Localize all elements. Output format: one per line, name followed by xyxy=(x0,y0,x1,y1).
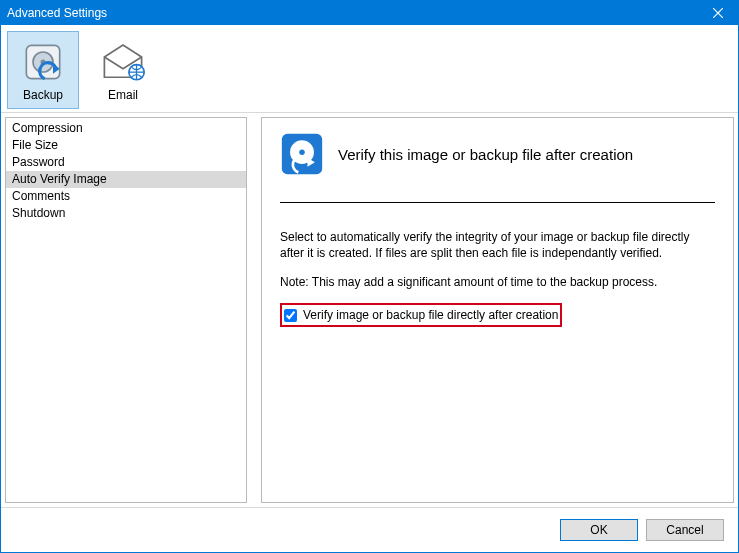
sidebar-item-auto-verify[interactable]: Auto Verify Image xyxy=(6,171,246,188)
window-title: Advanced Settings xyxy=(7,6,107,20)
sidebar: Compression File Size Password Auto Veri… xyxy=(5,117,247,503)
footer: OK Cancel xyxy=(1,507,738,551)
disk-backup-icon xyxy=(23,42,63,82)
toolbar-backup-label: Backup xyxy=(23,88,63,102)
close-icon xyxy=(713,8,723,18)
toolbar-email-label: Email xyxy=(108,88,138,102)
toolbar-email[interactable]: Email xyxy=(87,31,159,109)
close-button[interactable] xyxy=(698,1,738,25)
verify-checkbox-label: Verify image or backup file directly aft… xyxy=(303,308,558,322)
toolbar-backup[interactable]: Backup xyxy=(7,31,79,109)
sidebar-item-shutdown[interactable]: Shutdown xyxy=(6,205,246,222)
sidebar-item-filesize[interactable]: File Size xyxy=(6,137,246,154)
titlebar: Advanced Settings xyxy=(1,1,738,25)
body: Compression File Size Password Auto Veri… xyxy=(1,113,738,507)
content-description: Select to automatically verify the integ… xyxy=(280,229,715,261)
cancel-button[interactable]: Cancel xyxy=(646,519,724,541)
disk-verify-icon xyxy=(280,132,324,176)
toolbar: Backup Email xyxy=(1,25,738,113)
sidebar-item-compression[interactable]: Compression xyxy=(6,120,246,137)
verify-checkbox[interactable] xyxy=(284,309,297,322)
sidebar-item-comments[interactable]: Comments xyxy=(6,188,246,205)
email-icon xyxy=(101,42,145,82)
ok-button[interactable]: OK xyxy=(560,519,638,541)
content-panel: Verify this image or backup file after c… xyxy=(261,117,734,503)
sidebar-item-password[interactable]: Password xyxy=(6,154,246,171)
content-header: Verify this image or backup file after c… xyxy=(280,132,715,203)
content-note: Note: This may add a significant amount … xyxy=(280,275,715,289)
content-title: Verify this image or backup file after c… xyxy=(338,146,633,163)
verify-checkbox-row[interactable]: Verify image or backup file directly aft… xyxy=(280,303,562,327)
svg-point-12 xyxy=(299,149,305,155)
